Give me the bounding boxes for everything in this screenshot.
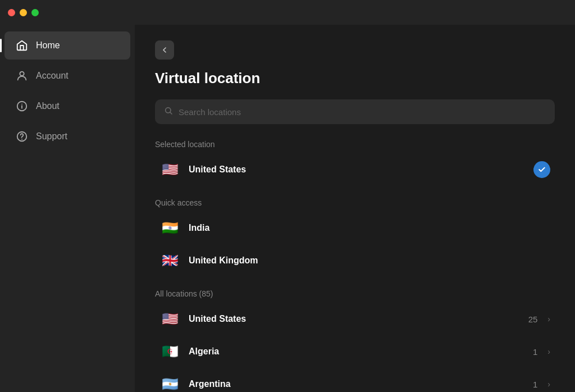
sidebar: Home Account About Supp bbox=[0, 25, 135, 392]
us-flag-selected: 🇺🇸 bbox=[159, 159, 181, 180]
svg-point-0 bbox=[20, 72, 24, 76]
sidebar-item-home[interactable]: Home bbox=[4, 31, 130, 60]
search-bar[interactable] bbox=[155, 99, 555, 124]
maximize-button[interactable] bbox=[31, 9, 39, 16]
svg-point-3 bbox=[22, 104, 22, 104]
all-locations-section-label: All locations (85) bbox=[155, 289, 555, 298]
india-name: India bbox=[189, 223, 550, 233]
selected-location-row[interactable]: 🇺🇸 United States bbox=[155, 153, 555, 186]
all-algeria-count: 1 bbox=[533, 347, 537, 357]
about-icon bbox=[16, 100, 28, 112]
algeria-flag: 🇩🇿 bbox=[159, 341, 181, 362]
all-us-name: United States bbox=[189, 314, 521, 324]
sidebar-item-about[interactable]: About bbox=[4, 92, 130, 120]
sidebar-item-support[interactable]: Support bbox=[4, 122, 130, 151]
minimize-button[interactable] bbox=[20, 9, 27, 16]
all-algeria-row[interactable]: 🇩🇿 Algeria 1 › bbox=[155, 335, 555, 368]
support-icon bbox=[16, 130, 28, 143]
main-content: Virtual location Selected location 🇺🇸 Un… bbox=[135, 25, 575, 392]
selected-section-label: Selected location bbox=[155, 140, 555, 149]
chevron-right-icon: › bbox=[547, 314, 550, 323]
quick-access-uk[interactable]: 🇬🇧 United Kingdom bbox=[155, 244, 555, 277]
uk-name: United Kingdom bbox=[189, 256, 550, 266]
quick-access-india[interactable]: 🇮🇳 India bbox=[155, 212, 555, 244]
close-button[interactable] bbox=[8, 9, 15, 16]
all-argentina-row[interactable]: 🇦🇷 Argentina 1 › bbox=[155, 368, 555, 392]
titlebar bbox=[0, 0, 575, 25]
svg-point-5 bbox=[22, 139, 22, 140]
chevron-right-icon-3: › bbox=[547, 380, 550, 389]
home-icon bbox=[16, 39, 28, 52]
svg-line-7 bbox=[170, 112, 172, 114]
selected-location-name: United States bbox=[189, 165, 526, 175]
sidebar-item-about-label: About bbox=[36, 101, 60, 111]
sidebar-item-home-label: Home bbox=[36, 40, 60, 51]
us-flag-all: 🇺🇸 bbox=[159, 308, 181, 330]
all-us-count: 25 bbox=[528, 314, 538, 324]
all-argentina-count: 1 bbox=[533, 380, 537, 389]
all-algeria-name: Algeria bbox=[189, 347, 525, 357]
india-flag: 🇮🇳 bbox=[159, 217, 181, 239]
account-icon bbox=[16, 70, 28, 82]
sidebar-item-account-label: Account bbox=[36, 71, 69, 81]
all-us-row[interactable]: 🇺🇸 United States 25 › bbox=[155, 303, 555, 335]
back-button[interactable] bbox=[155, 40, 174, 60]
argentina-flag: 🇦🇷 bbox=[159, 373, 181, 392]
sidebar-item-support-label: Support bbox=[36, 131, 67, 142]
all-argentina-name: Argentina bbox=[189, 379, 525, 389]
uk-flag: 🇬🇧 bbox=[159, 250, 181, 271]
sidebar-item-account[interactable]: Account bbox=[4, 62, 130, 90]
selected-check-badge bbox=[533, 161, 550, 178]
page-title: Virtual location bbox=[155, 70, 555, 87]
chevron-right-icon-2: › bbox=[547, 347, 550, 356]
quick-access-section-label: Quick access bbox=[155, 198, 555, 207]
search-input[interactable] bbox=[179, 107, 546, 117]
search-icon bbox=[164, 106, 173, 117]
